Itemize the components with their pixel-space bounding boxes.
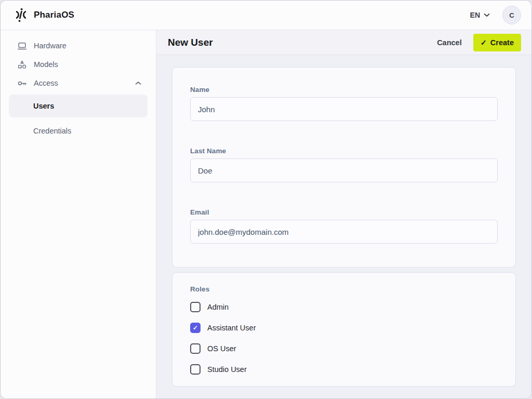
role-row-os-user: ✓ OS User	[190, 343, 498, 354]
role-row-admin: ✓ Admin	[190, 302, 498, 312]
email-field-group: Email	[190, 208, 498, 244]
assistant-user-checkbox[interactable]: ✓	[190, 323, 201, 333]
name-label: Name	[190, 86, 498, 94]
chevron-up-icon	[135, 81, 141, 85]
cancel-button[interactable]: Cancel	[437, 38, 462, 47]
role-row-studio-user: ✓ Studio User	[190, 364, 498, 375]
sidebar-subitem-label: Credentials	[33, 127, 71, 135]
main-panel: New User Cancel ✓ Create Name L	[156, 30, 531, 398]
sidebar-item-credentials[interactable]: Credentials	[9, 119, 148, 142]
sidebar-subitem-label: Users	[33, 102, 54, 110]
last-name-label: Last Name	[190, 147, 498, 155]
sidebar-item-users[interactable]: Users	[9, 95, 148, 117]
topbar-right: EN C	[470, 6, 521, 24]
app-window: PhariaOS EN C	[0, 0, 532, 399]
role-label: Admin	[207, 303, 229, 311]
sidebar-item-label: Models	[34, 60, 58, 69]
body-row: Hardware Models	[1, 30, 531, 398]
sidebar-item-label: Hardware	[34, 42, 66, 50]
studio-user-checkbox[interactable]: ✓	[190, 364, 201, 375]
language-selector[interactable]: EN	[470, 11, 490, 19]
user-avatar[interactable]: C	[502, 6, 521, 24]
role-label: Assistant User	[207, 324, 256, 332]
brand-name: PhariaOS	[34, 10, 74, 20]
last-name-field-group: Last Name	[190, 147, 498, 182]
content-area: Name Last Name Email Roles ✓	[156, 55, 531, 398]
sidebar-item-models[interactable]: Models	[1, 55, 156, 74]
user-form-card: Name Last Name Email	[172, 67, 516, 268]
create-button[interactable]: ✓ Create	[473, 34, 521, 51]
name-field-group: Name	[190, 86, 498, 121]
pharia-logo-icon	[13, 7, 29, 23]
os-user-checkbox[interactable]: ✓	[190, 343, 201, 354]
page-title: New User	[168, 37, 213, 48]
check-icon: ✓	[481, 38, 487, 47]
shapes-icon	[17, 60, 27, 70]
brand: PhariaOS	[13, 7, 74, 23]
chevron-down-icon	[484, 13, 490, 17]
roles-label: Roles	[190, 285, 498, 293]
role-label: Studio User	[207, 365, 247, 374]
create-button-label: Create	[490, 38, 514, 47]
page-header: New User Cancel ✓ Create	[156, 30, 531, 55]
key-icon	[17, 78, 27, 88]
sidebar-item-label: Access	[34, 79, 58, 87]
email-label: Email	[190, 208, 498, 216]
roles-card: Roles ✓ Admin ✓ Assistant User ✓ OS User	[172, 272, 516, 387]
admin-checkbox[interactable]: ✓	[190, 302, 201, 312]
email-input[interactable]	[190, 220, 498, 244]
laptop-icon	[17, 41, 27, 51]
sidebar-item-hardware[interactable]: Hardware	[1, 36, 156, 55]
sidebar: Hardware Models	[1, 30, 156, 398]
language-label: EN	[470, 11, 480, 19]
sidebar-item-access[interactable]: Access	[1, 74, 156, 92]
topbar: PhariaOS EN C	[1, 1, 531, 30]
avatar-initial: C	[509, 11, 514, 19]
name-input[interactable]	[190, 97, 498, 121]
role-row-assistant-user: ✓ Assistant User	[190, 323, 498, 333]
last-name-input[interactable]	[190, 158, 498, 182]
role-label: OS User	[207, 344, 236, 353]
header-actions: Cancel ✓ Create	[437, 34, 521, 51]
